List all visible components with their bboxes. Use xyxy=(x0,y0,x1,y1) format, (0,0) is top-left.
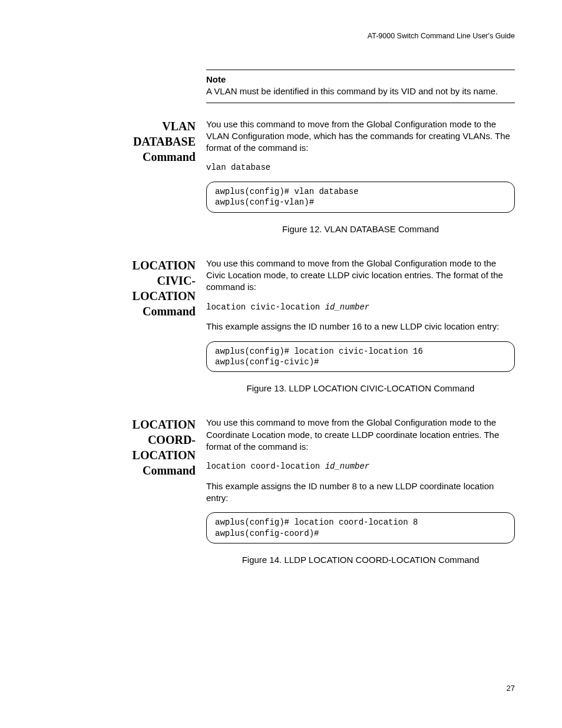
note-label: Note xyxy=(206,74,226,84)
running-header: AT-9000 Switch Command Line User's Guide xyxy=(47,32,515,40)
code-box: awplus(config)# vlan database awplus(con… xyxy=(206,182,515,212)
syntax-param: id_number xyxy=(325,302,370,312)
intro-para: You use this command to move from the Gl… xyxy=(206,118,515,154)
sidehead-coord-location: LOCATION COORD- LOCATION Command xyxy=(88,417,206,582)
sidehead-line: LOCATION xyxy=(133,418,196,431)
sidehead-line: DATABASE xyxy=(133,135,196,148)
sidehead-line: VLAN xyxy=(162,120,196,133)
sidehead-line: LOCATION xyxy=(133,449,196,462)
syntax-prefix: location civic-location xyxy=(206,302,325,312)
figure-caption: Figure 12. VLAN DATABASE Command xyxy=(206,223,515,235)
section-body: You use this command to move from the Gl… xyxy=(206,118,515,252)
sidehead-line: Command xyxy=(143,464,196,477)
syntax-line: location coord-location id_number xyxy=(206,461,515,472)
sidehead-line: CIVIC- xyxy=(157,274,196,287)
sidehead-line: LOCATION xyxy=(133,289,196,302)
code-box: awplus(config)# location civic-location … xyxy=(206,341,515,372)
page-number: 27 xyxy=(507,684,515,693)
intro-para: You use this command to move from the Gl… xyxy=(206,417,515,453)
note-text: A VLAN must be identified in this comman… xyxy=(206,86,498,96)
section-body: You use this command to move from the Gl… xyxy=(206,258,515,411)
section-civic-location: LOCATION CIVIC- LOCATION Command You use… xyxy=(88,258,515,411)
syntax-prefix: location coord-location xyxy=(206,462,325,471)
sidehead-line: COORD- xyxy=(148,433,196,446)
note-block: Note A VLAN must be identified in this c… xyxy=(206,70,515,103)
page: AT-9000 Switch Command Line User's Guide… xyxy=(0,0,562,728)
example-intro: This example assigns the ID number 16 to… xyxy=(206,321,515,332)
content-area: Note A VLAN must be identified in this c… xyxy=(88,70,515,582)
syntax-line: vlan database xyxy=(206,162,515,173)
code-box: awplus(config)# location coord-location … xyxy=(206,512,515,543)
section-body: You use this command to move from the Gl… xyxy=(206,417,515,582)
figure-caption: Figure 14. LLDP LOCATION COORD-LOCATION … xyxy=(206,554,515,566)
intro-para: You use this command to move from the Gl… xyxy=(206,258,515,294)
sidehead-vlan-database: VLAN DATABASE Command xyxy=(88,118,206,252)
sidehead-line: Command xyxy=(143,150,196,163)
figure-caption: Figure 13. LLDP LOCATION CIVIC-LOCATION … xyxy=(206,383,515,394)
sidehead-line: Command xyxy=(143,305,196,318)
syntax-line: location civic-location id_number xyxy=(206,302,515,313)
syntax-param: id_number xyxy=(325,462,370,471)
section-coord-location: LOCATION COORD- LOCATION Command You use… xyxy=(88,417,515,582)
example-intro: This example assigns the ID number 8 to … xyxy=(206,480,515,505)
section-vlan-database: VLAN DATABASE Command You use this comma… xyxy=(88,118,515,252)
sidehead-line: LOCATION xyxy=(133,259,196,272)
sidehead-civic-location: LOCATION CIVIC- LOCATION Command xyxy=(88,258,206,411)
